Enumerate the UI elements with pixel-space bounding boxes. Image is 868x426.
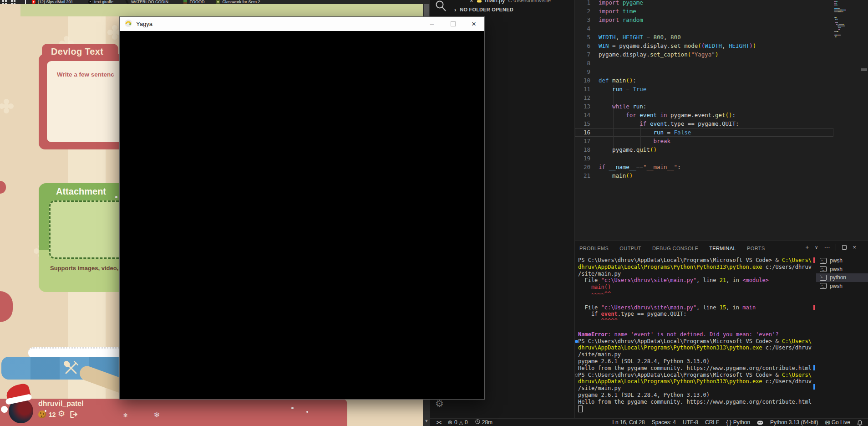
close-button[interactable]: × [463,20,484,29]
bookmark-item[interactable]: text giraffe [88,0,113,4]
terminal-line: dhruv\AppData\Local\Programs\Python\Pyth… [578,378,812,385]
line-number: 4 [575,24,590,33]
terminal-line: ^^^^^ [578,318,812,324]
snowflake-icon: ❄ [123,412,128,419]
go-live-button[interactable]: ((•)) Go Live [825,419,851,426]
more-actions-icon[interactable]: ⋯ [824,244,830,251]
terminal-line: /site/main.py [578,351,812,358]
terminal-line: File "c:\Users\dhruv\site\main.py", line… [578,304,812,311]
terminal-line: Hello from the pygame community. https:/… [578,365,812,372]
copilot-icon[interactable] [757,420,763,426]
search-icon[interactable] [435,0,447,15]
warning-icon: △ [459,420,463,426]
browser-tab-strip: (12) Slps dMail 201...text giraffeWATERL… [0,0,430,4]
broadcast-icon: ((•)) [825,420,830,425]
pygame-canvas[interactable] [120,31,484,399]
scrollbar-thumb[interactable] [424,4,429,17]
error-count: 0 [454,419,457,426]
remote-indicator-icon[interactable]: >< [437,420,441,425]
terminal-line: NameError: name 'event' is not defined. … [578,331,812,338]
maximize-button[interactable] [442,21,463,26]
notifications-bell-icon[interactable] [857,420,863,426]
terminal-list-item-pwsh[interactable]: >_pwsh [816,282,868,291]
language-indicator[interactable]: { } Python [726,419,750,426]
code-lines: 1import pygame2import time3import random… [575,0,838,180]
code-line-8: 8 [575,59,838,67]
panel-tab-problems[interactable]: PROBLEMS [579,242,609,254]
devlog-placeholder: Write a few sentenc [57,71,114,78]
timer-status[interactable]: 28m [475,419,492,426]
settings-gear-icon[interactable]: ⚙ [58,409,65,419]
vscode-window: ⚙ × main.py C:\Users\dhruv\site › NO FOL… [430,0,868,426]
minimize-button[interactable]: – [421,20,442,28]
line-col-indicator[interactable]: Ln 16, Col 28 [612,419,645,426]
terminal-output[interactable]: PS C:\Users\dhruv\AppData\Local\Programs… [578,257,812,412]
code-line-21: 21 main() [575,171,838,180]
logout-icon[interactable] [70,411,78,420]
tab-grid-icon[interactable] [11,0,13,2]
bookmark-item[interactable]: FOOOD [183,0,204,4]
terminal-list-item-python[interactable]: >_python [816,273,868,282]
classroom-favicon-icon [216,0,220,4]
line-number: 12 [575,93,590,102]
no-folder-label: NO FOLDER OPENED [460,7,513,12]
code-line-20: 20if __name__=="__main__": [575,163,838,171]
minimap-line [834,31,861,32]
devlog-card-title: Devlog Text [51,46,103,57]
editor-scrollbar-marker[interactable] [861,68,867,71]
no-folder-header[interactable]: › NO FOLDER OPENED [451,5,513,14]
spaces-indicator[interactable]: Spaces: 4 [652,419,676,426]
problems-status[interactable]: ⊗ 0 △ 0 [448,419,468,426]
terminal-icon: >_ [820,258,827,264]
eol-indicator[interactable]: CRLF [705,419,719,426]
minimap[interactable] [834,1,861,38]
minimap-line [834,35,861,36]
terminal-line: PS C:\Users\dhruv\AppData\Local\Programs… [578,257,812,264]
username: dhruvil_patel [38,400,84,408]
close-icon[interactable]: × [470,0,473,4]
panel-tab-debug-console[interactable]: DEBUG CONSOLE [652,242,698,254]
terminal-line: File "c:\Users\dhruv\site\main.py", line… [578,277,812,284]
terminal-icon: >_ [820,275,827,281]
new-terminal-button[interactable]: + [805,244,809,251]
bookmark-item[interactable]: (12) Slps dMail 201... [32,0,76,4]
close-panel-icon[interactable]: × [853,244,856,251]
line-number: 7 [575,50,590,59]
bookmark-item[interactable]: Classwork for Sem 2... [216,0,264,4]
open-file-path: C:\Users\dhruv\site [508,0,551,3]
panel-tab-ports[interactable]: PORTS [747,242,765,254]
attachment-card-title: Attachment [56,186,106,197]
encoding-indicator[interactable]: UTF-8 [683,419,698,426]
tab-grid-icon[interactable] [2,0,4,2]
panel-tab-output[interactable]: OUTPUT [619,242,641,254]
line-number: 21 [575,171,590,180]
bookmark-item[interactable]: WATERLOO CODIN... [125,0,172,4]
minimap-line [834,29,861,30]
terminal-panel: PROBLEMSOUTPUTDEBUG CONSOLETERMINALPORTS… [575,241,868,419]
pygame-title-bar[interactable]: Yagya – × [120,17,484,31]
feather-favicon-icon [125,0,129,4]
terminal-list-item-pwsh[interactable]: >_pwsh [816,265,868,274]
command-decoration-icon[interactable] [575,340,578,343]
error-icon: ⊗ [448,419,452,426]
terminal-list-item-pwsh[interactable]: >_pwsh [816,257,868,265]
snowflake-icon: ❄ [154,411,160,419]
minimap-line [834,5,861,5]
command-decoration-icon[interactable] [575,374,578,377]
python-interpreter-indicator[interactable]: Python 3.13 (64-bit) [770,419,818,426]
line-number: 17 [575,137,590,145]
maximize-panel-icon[interactable] [842,245,847,250]
scroll-down-arrow[interactable]: ▼ [423,419,430,423]
manage-gear-icon[interactable]: ⚙ [435,398,444,409]
terminal-dropdown-icon[interactable]: ∨ [815,245,818,250]
line-number: 18 [575,145,590,154]
dot-decoration [306,411,308,413]
minimap-line [834,8,861,9]
panel-tab-terminal[interactable]: TERMINAL [709,242,736,254]
code-line-13: 13 while run: [575,102,838,111]
pygame-window[interactable]: Yagya – × [119,16,485,400]
red-blob-decoration [0,291,13,322]
line-number: 3 [575,15,590,24]
minimap-line [834,3,861,4]
code-editor[interactable]: 1import pygame2import time3import random… [575,0,868,241]
